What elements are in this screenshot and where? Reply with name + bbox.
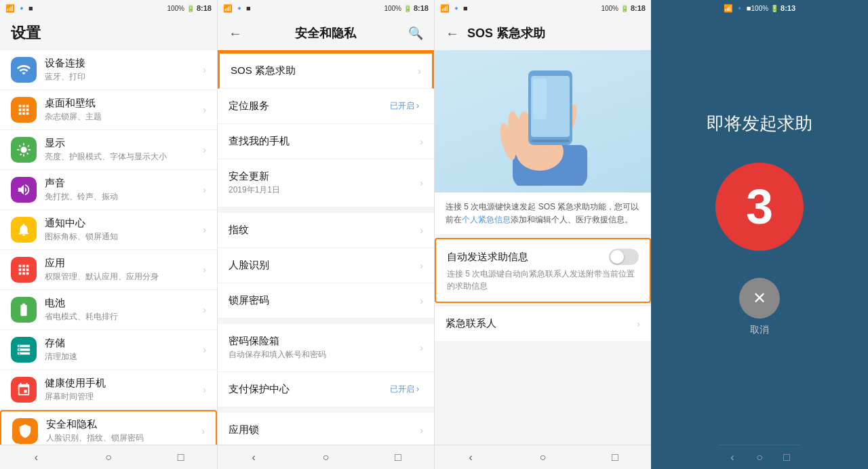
settings-item-desktop[interactable]: 桌面和壁纸 杂志锁屏、主题 › [0, 90, 217, 130]
signal-icon: ■ [28, 4, 33, 12]
time-1: 8:18 [197, 4, 212, 12]
settings-item-notif[interactable]: 通知中心 图标角标、锁屏通知 › [0, 210, 217, 250]
nav-bar-4: ‹ ○ □ [719, 445, 800, 469]
sec-item-applock[interactable]: 应用锁 › [218, 413, 434, 445]
nav-recent-1[interactable]: □ [167, 448, 195, 467]
sos-count-content: 即将发起求助 3 ✕ 取消 [651, 16, 868, 445]
find-text: 查找我的手机 [229, 135, 420, 148]
faceid-text: 人脸识别 [229, 259, 420, 272]
notif-chevron: › [203, 224, 206, 235]
sos-count-title: 即将发起求助 [707, 112, 812, 136]
notif-text: 通知中心 图标角标、锁屏通知 [45, 217, 203, 243]
nav-back-4[interactable]: ‹ [719, 448, 746, 467]
cancel-label: 取消 [750, 324, 769, 336]
nav-home-1[interactable]: ○ [95, 448, 122, 467]
health-sub: 屏幕时间管理 [45, 391, 203, 403]
security-title: 安全和隐私 [46, 418, 201, 431]
sos-text: SOS 紧急求助 [231, 64, 418, 77]
nav-recent-4[interactable]: □ [773, 448, 800, 467]
settings-item-storage[interactable]: 存储 清理加速 › [0, 330, 217, 370]
sec-item-faceid[interactable]: 人脸识别 › [218, 248, 434, 283]
status-left-3: 📶 🔹 ■ [440, 4, 468, 13]
bt-icon-3: 🔹 [452, 4, 461, 13]
nav-recent-2[interactable]: □ [384, 448, 412, 467]
sec-item-find[interactable]: 查找我的手机 › [218, 124, 434, 159]
status-bar-1: 📶 🔹 ■ 100% 🔋 8:18 [0, 0, 217, 16]
auto-send-sub: 连接 5 次电源键自动向紧急联系人发送附带当前位置的求助信息 [447, 268, 639, 292]
sound-sub: 免打扰、铃声、振动 [45, 191, 203, 203]
security-list: SOS 紧急求助 › 定位服务 已开启 › 查找我的手机 › 安全更新 2019… [218, 52, 434, 445]
apps-chevron: › [203, 264, 206, 275]
security-back-btn[interactable]: ← [226, 23, 245, 44]
sec-item-payment[interactable]: 支付保护中心 已开启 › [218, 372, 434, 407]
sec-item-location[interactable]: 定位服务 已开启 › [218, 89, 434, 124]
applock-chevron: › [420, 425, 423, 436]
auto-send-toggle[interactable] [609, 249, 639, 265]
nav-home-4[interactable]: ○ [746, 448, 773, 467]
cancel-button[interactable]: ✕ [739, 278, 780, 319]
sos-back-btn[interactable]: ← [443, 23, 462, 44]
sec-item-sos[interactable]: SOS 紧急求助 › [218, 52, 434, 89]
settings-item-apps[interactable]: 应用 权限管理、默认应用、应用分身 › [0, 250, 217, 290]
settings-title: 设置 [11, 23, 41, 43]
sos-description: 连接 5 次电源键快速发起 SOS 紧急求助功能，您可以前在个人紧急信息添加和编… [435, 192, 651, 235]
settings-item-sound[interactable]: 声音 免打扰、铃声、振动 › [0, 170, 217, 210]
nav-home-2[interactable]: ○ [312, 448, 339, 467]
time-4: 8:13 [781, 4, 795, 12]
settings-item-health[interactable]: 健康使用手机 屏幕时间管理 › [0, 370, 217, 410]
vault-text: 密码保险箱 自动保存和填入帐号和密码 [229, 335, 420, 361]
status-right-icons: 100% 🔋 8:18 [167, 4, 212, 12]
nav-back-1[interactable]: ‹ [22, 448, 50, 467]
panel-sos: 📶 🔹 ■ 100% 🔋 8:18 ← SOS 紧急求助 [434, 0, 651, 469]
location-badge: 已开启 › [390, 100, 419, 112]
faceid-title: 人脸识别 [229, 259, 420, 272]
bt-icon: 🔹 [17, 4, 26, 13]
settings-item-device-connect[interactable]: 设备连接 蓝牙、打印 › [0, 50, 217, 90]
faceid-chevron: › [420, 260, 423, 271]
sec-item-fingerprint[interactable]: 指纹 › [218, 213, 434, 248]
sound-icon [11, 177, 37, 203]
apps-text: 应用 权限管理、默认应用、应用分身 [45, 257, 203, 283]
sec-item-lockpwd[interactable]: 锁屏密码 › [218, 283, 434, 319]
nav-recent-3[interactable]: □ [601, 448, 629, 467]
fingerprint-title: 指纹 [229, 224, 420, 237]
battery-chevron: › [203, 304, 206, 315]
update-sub: 2019年1月1日 [229, 184, 420, 196]
battery-icon [11, 297, 37, 323]
battery-pct-3: 100% [601, 5, 618, 12]
battery-icon-1: 🔋 [186, 5, 195, 12]
sec-item-update[interactable]: 安全更新 2019年1月1日 › [218, 159, 434, 207]
health-text: 健康使用手机 屏幕时间管理 [45, 377, 203, 403]
security-chevron: › [201, 426, 205, 436]
settings-item-security[interactable]: 安全和隐私 人脸识别、指纹、锁屏密码 › [0, 410, 217, 445]
display-chevron: › [203, 144, 206, 155]
settings-item-display[interactable]: 显示 亮度、护眼模式、字体与显示大小 › [0, 130, 217, 170]
payment-title: 支付保护中心 [229, 383, 390, 396]
status-right-4: 100% 🔋 8:13 [751, 4, 796, 12]
device-connect-sub: 蓝牙、打印 [45, 71, 203, 83]
nav-back-3[interactable]: ‹ [457, 448, 484, 467]
sound-text: 声音 免打扰、铃声、振动 [45, 177, 203, 203]
sec-item-vault[interactable]: 密码保险箱 自动保存和填入帐号和密码 › [218, 324, 434, 372]
notif-icon [11, 217, 37, 243]
device-connect-title: 设备连接 [45, 57, 203, 70]
wifi-icon-4: 📶 [724, 4, 733, 13]
signal-icon-3: ■ [463, 4, 468, 12]
settings-item-battery[interactable]: 电池 省电模式、耗电排行 › [0, 290, 217, 330]
emergency-contact-chevron: › [637, 319, 640, 329]
status-left-4: 📶 🔹 ■ [724, 4, 751, 13]
battery-icon-4: 🔋 [770, 5, 778, 12]
bt-icon-4: 🔹 [735, 4, 745, 13]
lockpwd-text: 锁屏密码 [229, 294, 420, 307]
location-title: 定位服务 [229, 100, 390, 113]
emergency-contact-item[interactable]: 紧急联系人 › [435, 306, 651, 341]
storage-text: 存储 清理加速 [45, 337, 203, 363]
vault-chevron: › [420, 342, 423, 353]
security-search-btn[interactable]: 🔍 [406, 23, 426, 43]
nav-back-2[interactable]: ‹ [240, 448, 267, 467]
personal-emergency-link[interactable]: 个人紧急信息 [462, 215, 511, 224]
nav-home-3[interactable]: ○ [529, 448, 556, 467]
wifi-icon-2: 📶 [223, 4, 233, 13]
health-chevron: › [203, 384, 206, 395]
bt-icon-2: 🔹 [235, 4, 244, 13]
